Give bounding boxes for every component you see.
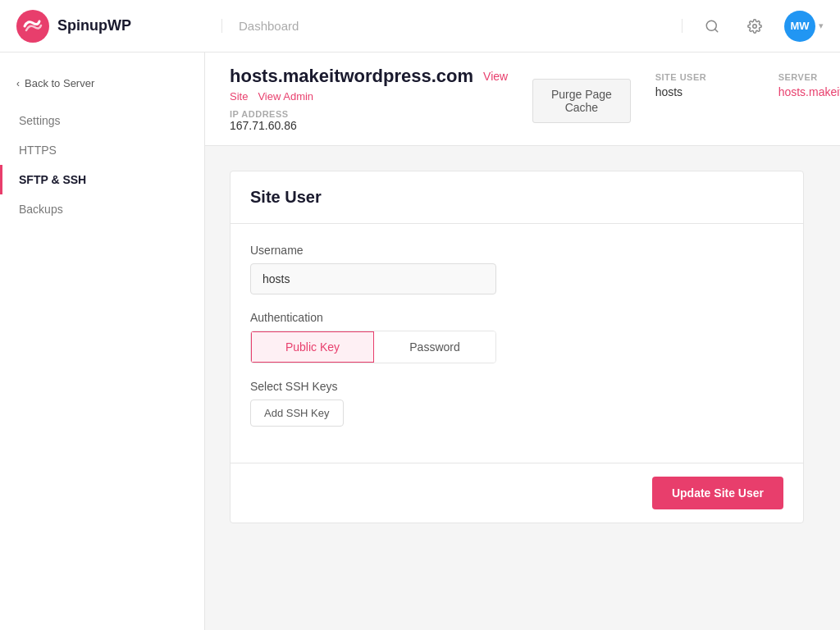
- card-header: Site User: [231, 171, 803, 224]
- nav-right: MW ▾: [682, 11, 824, 42]
- ip-address-area: IP ADDRESS 167.71.60.86: [230, 109, 508, 132]
- svg-line-2: [714, 29, 717, 31]
- ssh-keys-group: Select SSH Keys Add SSH Key: [250, 380, 783, 427]
- top-navigation: SpinupWP Dashboard MW ▾: [0, 0, 840, 52]
- update-site-user-button[interactable]: Update Site User: [652, 477, 783, 509]
- user-menu[interactable]: MW ▾: [784, 11, 824, 42]
- authentication-group: Authentication Public Key Password: [250, 311, 783, 363]
- main-layout: ‹ Back to Server Settings HTTPS SFTP & S…: [0, 52, 840, 630]
- app-name: SpinupWP: [57, 17, 131, 34]
- sidebar-item-https[interactable]: HTTPS: [0, 135, 204, 165]
- site-user-card: Site User Username Authentication Public…: [230, 171, 804, 523]
- logo-area: SpinupWP: [16, 10, 221, 43]
- settings-button[interactable]: [742, 13, 768, 39]
- chevron-down-icon: ▾: [819, 21, 824, 31]
- nav-search-area: Dashboard: [221, 19, 682, 33]
- back-to-server-link[interactable]: ‹ Back to Server: [0, 69, 204, 98]
- password-button[interactable]: Password: [374, 331, 495, 363]
- main-content: hosts.makeitwordpress.com View Site View…: [205, 52, 840, 630]
- svg-point-3: [753, 24, 757, 28]
- card-title: Site User: [250, 188, 783, 207]
- view-site-link[interactable]: View: [483, 70, 508, 83]
- site-hostname: hosts.makeitwordpress.com: [230, 66, 473, 87]
- card-body: Username Authentication Public Key Passw…: [231, 224, 803, 463]
- gear-icon: [747, 19, 762, 34]
- page-body: Site User Username Authentication Public…: [205, 146, 840, 612]
- purge-cache-area: Purge Page Cache: [532, 72, 630, 123]
- server-value[interactable]: hosts.makeitwordpress.com: [778, 85, 840, 98]
- server-meta: SERVER hosts.makeitwordpress.com: [778, 72, 840, 98]
- sidebar-item-backups[interactable]: Backups: [0, 194, 204, 224]
- site-user-label: SITE USER: [655, 72, 754, 82]
- username-input[interactable]: [250, 263, 496, 294]
- card-footer: Update Site User: [231, 463, 803, 523]
- site-user-meta: SITE USER hosts: [655, 72, 754, 98]
- sidebar-item-settings[interactable]: Settings: [0, 106, 204, 135]
- select-ssh-label: Select SSH Keys: [250, 380, 783, 393]
- site-link[interactable]: Site: [230, 90, 248, 103]
- spinupwp-logo-icon: [16, 10, 49, 43]
- ip-address-label: IP ADDRESS: [230, 109, 508, 119]
- server-label: SERVER: [778, 72, 840, 82]
- purge-page-cache-button[interactable]: Purge Page Cache: [532, 79, 630, 123]
- username-group: Username: [250, 244, 783, 294]
- auth-toggle: Public Key Password: [250, 331, 496, 363]
- sidebar-item-sftp-ssh[interactable]: SFTP & SSH: [0, 165, 204, 194]
- back-arrow-icon: ‹: [16, 78, 20, 89]
- search-button[interactable]: [699, 13, 725, 39]
- view-admin-link[interactable]: View Admin: [258, 90, 313, 103]
- dashboard-label: Dashboard: [239, 19, 299, 33]
- add-ssh-key-button[interactable]: Add SSH Key: [250, 399, 344, 427]
- site-user-value: hosts: [655, 85, 754, 98]
- authentication-label: Authentication: [250, 311, 783, 324]
- site-header: hosts.makeitwordpress.com View Site View…: [205, 52, 840, 146]
- ip-address-value: 167.71.60.86: [230, 119, 508, 132]
- search-icon: [705, 19, 719, 34]
- site-title-row: hosts.makeitwordpress.com View: [230, 66, 508, 87]
- sidebar: ‹ Back to Server Settings HTTPS SFTP & S…: [0, 52, 205, 630]
- site-title-area: hosts.makeitwordpress.com View Site View…: [230, 66, 508, 132]
- site-sub-links: Site View Admin: [230, 90, 508, 103]
- username-label: Username: [250, 244, 783, 257]
- public-key-button[interactable]: Public Key: [250, 331, 375, 363]
- avatar: MW: [784, 11, 815, 42]
